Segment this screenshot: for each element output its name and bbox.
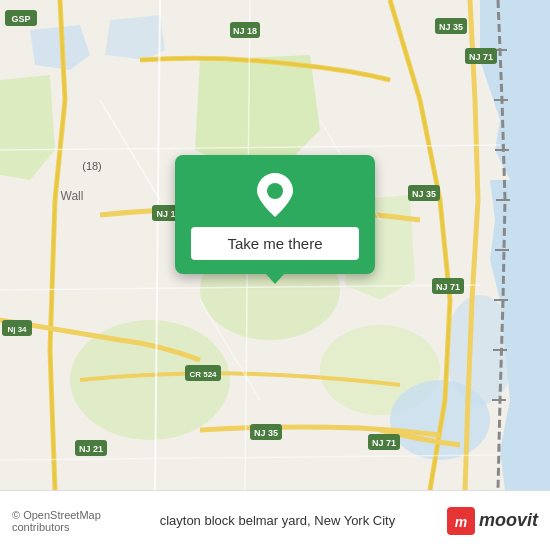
svg-text:NJ 18: NJ 18	[233, 26, 257, 36]
svg-text:m: m	[455, 514, 467, 530]
take-me-there-button[interactable]: Take me there	[191, 227, 359, 260]
svg-text:(18): (18)	[82, 160, 102, 172]
svg-point-50	[267, 183, 283, 199]
moovit-icon: m	[447, 507, 475, 535]
map-container: GSP NJ 18 NJ 35 NJ 71 NJ 35 NJ 1 NJ 71 N…	[0, 0, 550, 490]
svg-text:GSP: GSP	[11, 14, 30, 24]
svg-text:NJ 35: NJ 35	[412, 189, 436, 199]
popup-card: Take me there	[175, 155, 375, 274]
svg-text:Nj 34: Nj 34	[7, 325, 27, 334]
svg-text:NJ 1: NJ 1	[156, 209, 175, 219]
copyright-text: © OpenStreetMap contributors	[12, 509, 152, 533]
location-pin-icon	[257, 173, 293, 217]
moovit-label: moovit	[479, 510, 538, 531]
svg-text:NJ 35: NJ 35	[254, 428, 278, 438]
moovit-logo: m moovit	[447, 507, 538, 535]
svg-text:CR 524: CR 524	[189, 370, 217, 379]
location-title: clayton block belmar yard, New York City	[160, 513, 439, 528]
svg-text:NJ 35: NJ 35	[439, 22, 463, 32]
svg-text:NJ 71: NJ 71	[469, 52, 493, 62]
svg-text:NJ 71: NJ 71	[436, 282, 460, 292]
svg-text:Wall: Wall	[61, 189, 84, 203]
svg-text:NJ 21: NJ 21	[79, 444, 103, 454]
svg-text:NJ 71: NJ 71	[372, 438, 396, 448]
bottom-bar: © OpenStreetMap contributors clayton blo…	[0, 490, 550, 550]
